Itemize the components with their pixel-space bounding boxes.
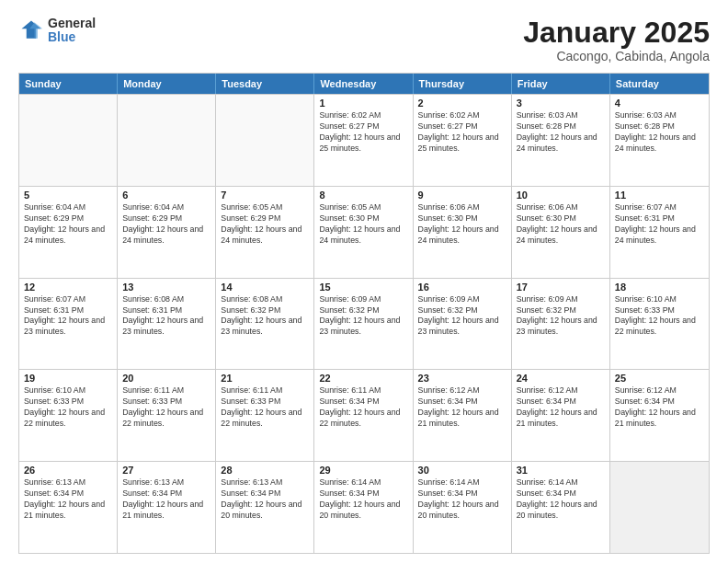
daylight-text: Daylight: 12 hours and 24 minutes. (319, 224, 407, 247)
day-number: 16 (418, 282, 506, 293)
calendar-cell-day-7: 7Sunrise: 6:05 AMSunset: 6:29 PMDaylight… (216, 187, 314, 278)
sunrise-text: Sunrise: 6:05 AM (319, 202, 407, 213)
day-number: 8 (319, 190, 407, 201)
day-number: 29 (319, 465, 407, 476)
sunset-text: Sunset: 6:31 PM (24, 305, 112, 316)
sunrise-text: Sunrise: 6:13 AM (24, 477, 112, 488)
calendar-cell-empty (216, 95, 314, 186)
day-number: 7 (221, 190, 309, 201)
day-number: 14 (221, 282, 309, 293)
day-number: 13 (122, 282, 210, 293)
sunset-text: Sunset: 6:34 PM (122, 488, 210, 500)
daylight-text: Daylight: 12 hours and 23 minutes. (122, 316, 210, 338)
weekday-header-sunday: Sunday (19, 74, 118, 94)
sunset-text: Sunset: 6:31 PM (122, 305, 210, 316)
sunrise-text: Sunrise: 6:09 AM (517, 294, 605, 305)
weekday-header-friday: Friday (512, 74, 610, 94)
daylight-text: Daylight: 12 hours and 21 minutes. (615, 408, 704, 430)
sunrise-text: Sunrise: 6:10 AM (615, 294, 704, 305)
daylight-text: Daylight: 12 hours and 20 minutes. (319, 500, 407, 522)
daylight-text: Daylight: 12 hours and 21 minutes. (122, 500, 210, 522)
sunset-text: Sunset: 6:34 PM (24, 488, 112, 500)
sunrise-text: Sunrise: 6:11 AM (122, 385, 210, 396)
sunrise-text: Sunrise: 6:11 AM (319, 385, 407, 396)
sunrise-text: Sunrise: 6:07 AM (615, 202, 704, 213)
sunset-text: Sunset: 6:29 PM (24, 213, 112, 224)
daylight-text: Daylight: 12 hours and 24 minutes. (122, 224, 210, 247)
calendar-cell-day-25: 25Sunrise: 6:12 AMSunset: 6:34 PMDayligh… (610, 370, 709, 461)
day-number: 3 (517, 98, 605, 109)
calendar-row-2: 12Sunrise: 6:07 AMSunset: 6:31 PMDayligh… (19, 278, 709, 370)
day-number: 9 (418, 190, 506, 201)
sunset-text: Sunset: 6:27 PM (418, 121, 506, 132)
title-block: January 2025 Cacongo, Cabinda, Angola (523, 17, 710, 63)
sunset-text: Sunset: 6:28 PM (517, 121, 605, 132)
sunrise-text: Sunrise: 6:12 AM (615, 385, 704, 396)
weekday-header-wednesday: Wednesday (314, 74, 413, 94)
calendar-cell-day-14: 14Sunrise: 6:08 AMSunset: 6:32 PMDayligh… (216, 279, 314, 370)
sunrise-text: Sunrise: 6:04 AM (24, 202, 112, 213)
day-number: 1 (319, 98, 407, 109)
logo: General Blue (18, 17, 96, 45)
daylight-text: Daylight: 12 hours and 22 minutes. (319, 408, 407, 430)
calendar-cell-day-12: 12Sunrise: 6:07 AMSunset: 6:31 PMDayligh… (19, 279, 118, 370)
sunset-text: Sunset: 6:30 PM (319, 213, 407, 224)
day-number: 20 (122, 373, 210, 384)
calendar-cell-day-13: 13Sunrise: 6:08 AMSunset: 6:31 PMDayligh… (118, 279, 216, 370)
day-number: 6 (122, 190, 210, 201)
day-number: 5 (24, 190, 112, 201)
daylight-text: Daylight: 12 hours and 23 minutes. (517, 316, 605, 338)
calendar-cell-day-23: 23Sunrise: 6:12 AMSunset: 6:34 PMDayligh… (414, 370, 512, 461)
sunrise-text: Sunrise: 6:14 AM (517, 477, 605, 488)
sunrise-text: Sunrise: 6:09 AM (319, 294, 407, 305)
page-header: General Blue January 2025 Cacongo, Cabin… (18, 17, 710, 63)
calendar-cell-day-21: 21Sunrise: 6:11 AMSunset: 6:33 PMDayligh… (216, 370, 314, 461)
sunset-text: Sunset: 6:34 PM (517, 396, 605, 408)
daylight-text: Daylight: 12 hours and 24 minutes. (615, 224, 704, 247)
sunrise-text: Sunrise: 6:03 AM (615, 110, 704, 121)
daylight-text: Daylight: 12 hours and 20 minutes. (517, 500, 605, 522)
weekday-header-thursday: Thursday (414, 74, 512, 94)
logo-text: General Blue (48, 17, 96, 45)
day-number: 21 (221, 373, 309, 384)
daylight-text: Daylight: 12 hours and 24 minutes. (615, 132, 704, 155)
sunrise-text: Sunrise: 6:12 AM (418, 385, 506, 396)
calendar-row-1: 5Sunrise: 6:04 AMSunset: 6:29 PMDaylight… (19, 186, 709, 278)
sunrise-text: Sunrise: 6:13 AM (221, 477, 309, 488)
day-number: 31 (517, 465, 605, 476)
sunset-text: Sunset: 6:32 PM (221, 305, 309, 316)
sunrise-text: Sunrise: 6:13 AM (122, 477, 210, 488)
calendar-cell-empty (118, 95, 216, 186)
sunrise-text: Sunrise: 6:14 AM (319, 477, 407, 488)
daylight-text: Daylight: 12 hours and 23 minutes. (24, 316, 112, 338)
calendar-cell-day-3: 3Sunrise: 6:03 AMSunset: 6:28 PMDaylight… (512, 95, 610, 186)
calendar-cell-day-10: 10Sunrise: 6:06 AMSunset: 6:30 PMDayligh… (512, 187, 610, 278)
sunrise-text: Sunrise: 6:06 AM (517, 202, 605, 213)
daylight-text: Daylight: 12 hours and 21 minutes. (24, 500, 112, 522)
sunset-text: Sunset: 6:30 PM (418, 213, 506, 224)
day-number: 25 (615, 373, 704, 384)
daylight-text: Daylight: 12 hours and 22 minutes. (24, 408, 112, 430)
sunset-text: Sunset: 6:29 PM (221, 213, 309, 224)
calendar-cell-day-16: 16Sunrise: 6:09 AMSunset: 6:32 PMDayligh… (414, 279, 512, 370)
sunrise-text: Sunrise: 6:06 AM (418, 202, 506, 213)
calendar-row-3: 19Sunrise: 6:10 AMSunset: 6:33 PMDayligh… (19, 369, 709, 461)
sunset-text: Sunset: 6:32 PM (418, 305, 506, 316)
daylight-text: Daylight: 12 hours and 23 minutes. (319, 316, 407, 338)
sunset-text: Sunset: 6:33 PM (615, 305, 704, 316)
sunset-text: Sunset: 6:34 PM (517, 488, 605, 500)
day-number: 19 (24, 373, 112, 384)
calendar-cell-day-27: 27Sunrise: 6:13 AMSunset: 6:34 PMDayligh… (118, 462, 216, 553)
sunset-text: Sunset: 6:34 PM (418, 396, 506, 408)
calendar-cell-day-4: 4Sunrise: 6:03 AMSunset: 6:28 PMDaylight… (610, 95, 709, 186)
day-number: 27 (122, 465, 210, 476)
calendar-page: General Blue January 2025 Cacongo, Cabin… (0, 0, 728, 563)
day-number: 23 (418, 373, 506, 384)
day-number: 18 (615, 282, 704, 293)
daylight-text: Daylight: 12 hours and 23 minutes. (221, 316, 309, 338)
month-title: January 2025 (523, 17, 710, 49)
svg-marker-0 (22, 21, 41, 39)
sunrise-text: Sunrise: 6:09 AM (418, 294, 506, 305)
daylight-text: Daylight: 12 hours and 22 minutes. (122, 408, 210, 430)
calendar-header: SundayMondayTuesdayWednesdayThursdayFrid… (19, 74, 709, 94)
